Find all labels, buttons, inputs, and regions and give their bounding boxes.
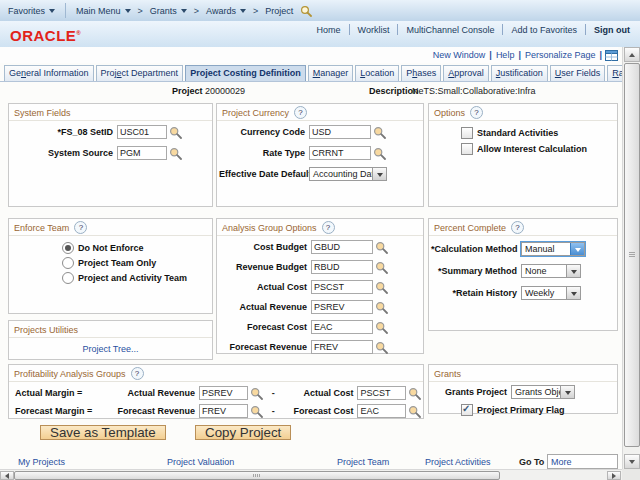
lookup-icon[interactable]	[375, 301, 388, 314]
fs08-setid-input[interactable]: USC01	[117, 125, 167, 139]
new-window-link[interactable]: New Window	[429, 50, 490, 60]
lookup-icon[interactable]	[375, 241, 388, 254]
help-icon[interactable]	[470, 106, 483, 119]
favorites-menu[interactable]: Favorites	[4, 5, 59, 16]
sign-out-link[interactable]: Sign out	[586, 25, 630, 35]
enforce-team-section: Enforce Team Do Not Enforce Project Team…	[8, 218, 213, 314]
lookup-icon[interactable]	[375, 281, 388, 294]
save-as-template-button[interactable]: Save as Template	[40, 425, 166, 440]
main-menu[interactable]: Main Menu	[72, 5, 135, 16]
help-icon[interactable]	[74, 221, 87, 234]
summary-method-select[interactable]: None	[521, 264, 581, 278]
lookup-icon[interactable]	[169, 126, 182, 139]
chevron-down-icon[interactable]	[566, 265, 580, 277]
tab-project-department[interactable]: Project Department	[96, 65, 184, 81]
project-team-link[interactable]: Project Team	[337, 457, 389, 467]
project-activities-link[interactable]: Project Activities	[425, 457, 491, 467]
breadcrumb-separator: >	[138, 6, 143, 16]
currency-code-label: Currency Code	[219, 127, 309, 137]
project-primary-flag-checkbox[interactable]	[461, 404, 473, 416]
personalize-page-link[interactable]: Personalize Page	[521, 50, 600, 60]
rate-type-input[interactable]: CRRNT	[309, 146, 371, 160]
standard-activities-checkbox[interactable]	[461, 127, 473, 139]
lookup-icon[interactable]	[169, 147, 182, 160]
copy-project-button[interactable]: Copy Project	[195, 425, 291, 440]
tab-rates[interactable]: Rates	[607, 65, 622, 81]
help-link[interactable]: Help	[492, 50, 519, 60]
forecast-cost-input[interactable]: EAC	[311, 320, 373, 334]
add-to-favorites-link[interactable]: Add to Favorites	[503, 25, 585, 35]
project-tree-link[interactable]: Project Tree...	[82, 344, 138, 354]
my-projects-link[interactable]: My Projects	[18, 457, 65, 467]
breadcrumb-separator: >	[253, 6, 258, 16]
chevron-down-icon[interactable]	[570, 243, 584, 255]
project-and-activity-team-radio[interactable]	[62, 272, 74, 284]
actual-cost-input[interactable]: PSCST	[357, 386, 406, 400]
scroll-up-button[interactable]	[624, 47, 640, 62]
chevron-down-icon[interactable]	[372, 168, 386, 180]
lookup-icon[interactable]	[375, 261, 388, 274]
retain-history-select[interactable]: Weekly	[521, 286, 581, 300]
vertical-scrollbar-thumb[interactable]	[624, 63, 640, 447]
go-to-label: Go To	[519, 457, 544, 467]
lookup-icon[interactable]	[250, 405, 263, 418]
personalize-layout-icon[interactable]	[605, 50, 618, 61]
project-valuation-link[interactable]: Project Valuation	[167, 457, 234, 467]
cost-budget-input[interactable]: GBUD	[311, 240, 373, 254]
project-team-only-radio[interactable]	[62, 257, 74, 269]
horizontal-scrollbar[interactable]	[0, 469, 622, 480]
actual-revenue-input[interactable]: PSREV	[311, 300, 373, 314]
scroll-right-button[interactable]	[607, 471, 621, 480]
breadcrumb-label: Project	[265, 6, 293, 16]
grants-project-select[interactable]: Grants Object	[511, 385, 575, 399]
lookup-icon[interactable]	[408, 405, 421, 418]
do-not-enforce-radio[interactable]	[62, 242, 74, 254]
home-link[interactable]: Home	[309, 25, 349, 35]
forecast-cost-label: Forecast Cost	[284, 406, 358, 416]
scroll-left-button[interactable]	[0, 471, 14, 480]
tab-user-fields[interactable]: User Fields	[550, 65, 606, 81]
lookup-icon[interactable]	[373, 147, 386, 160]
worklist-link[interactable]: Worklist	[350, 25, 398, 35]
actual-revenue-input[interactable]: PSREV	[199, 386, 248, 400]
system-source-input[interactable]: PGM	[117, 146, 167, 160]
vertical-scrollbar[interactable]	[622, 47, 640, 469]
horizontal-scrollbar-thumb[interactable]	[14, 471, 500, 480]
forecast-cost-input[interactable]: EAC	[357, 404, 406, 418]
lookup-icon[interactable]	[373, 126, 386, 139]
breadcrumb-project[interactable]: Project	[261, 6, 297, 16]
chevron-down-icon[interactable]	[560, 386, 574, 398]
calculation-method-select[interactable]: Manual	[521, 242, 585, 256]
tab-project-costing-definition[interactable]: Project Costing Definition	[185, 65, 306, 81]
chevron-down-icon[interactable]	[566, 287, 580, 299]
revenue-budget-input[interactable]: RBUD	[311, 260, 373, 274]
help-icon[interactable]	[294, 106, 307, 119]
tab-justification[interactable]: Justification	[491, 65, 548, 81]
lookup-icon[interactable]	[250, 387, 263, 400]
effective-date-default-select[interactable]: Accounting Date	[309, 167, 387, 181]
tab-phases[interactable]: Phases	[401, 65, 441, 81]
scroll-down-button[interactable]	[624, 454, 640, 469]
multichannel-console-link[interactable]: MultiChannel Console	[398, 25, 502, 35]
allow-interest-calculation-checkbox[interactable]	[461, 143, 473, 155]
lookup-icon[interactable]	[375, 341, 388, 354]
currency-code-input[interactable]: USD	[309, 125, 371, 139]
chevron-down-icon	[240, 9, 246, 16]
lookup-icon[interactable]	[408, 387, 421, 400]
help-icon[interactable]	[131, 367, 144, 380]
forecast-revenue-input[interactable]: FREV	[311, 340, 373, 354]
actual-cost-input[interactable]: PSCST	[311, 280, 373, 294]
forecast-revenue-input[interactable]: FREV	[199, 404, 248, 418]
minus-sign: -	[263, 406, 284, 416]
search-icon[interactable]	[300, 5, 312, 17]
tab-approval[interactable]: Approval	[443, 65, 489, 81]
tab-general-information[interactable]: General Information	[4, 65, 94, 81]
lookup-icon[interactable]	[375, 321, 388, 334]
tab-manager[interactable]: Manager	[308, 65, 354, 81]
go-to-more-dropdown[interactable]: More	[547, 454, 618, 469]
breadcrumb-awards[interactable]: Awards	[202, 5, 250, 16]
breadcrumb-grants[interactable]: Grants	[146, 5, 191, 16]
help-icon[interactable]	[322, 221, 335, 234]
help-icon[interactable]	[511, 221, 524, 234]
tab-location[interactable]: Location	[355, 65, 399, 81]
